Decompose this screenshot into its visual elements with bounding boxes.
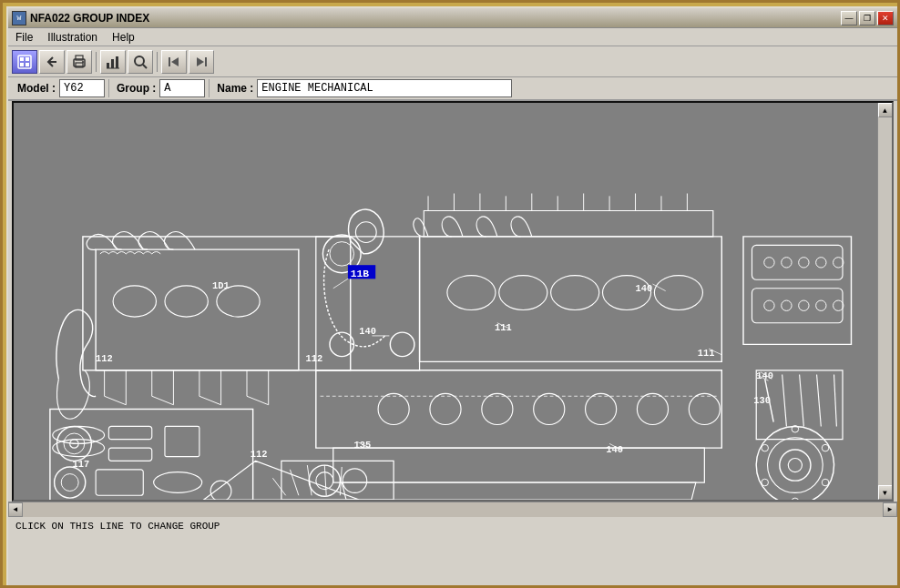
restore-button[interactable]: ❐ [859, 11, 875, 25]
group-label: Group : [113, 80, 159, 96]
svg-rect-11 [111, 59, 114, 68]
back-button[interactable] [39, 50, 65, 74]
window-title: NFA022 GROUP INDEX [30, 12, 149, 25]
svg-text:112: 112 [305, 353, 322, 364]
scroll-left-button[interactable]: ◄ [8, 502, 23, 517]
toolbar [8, 46, 897, 77]
svg-text:140: 140 [359, 326, 376, 337]
toolbar-separator-2 [157, 52, 158, 72]
name-label: Name : [213, 80, 257, 96]
title-bar: W NFA022 GROUP INDEX — ❐ ✕ [8, 8, 897, 28]
model-label: Model : [14, 80, 59, 96]
chart-button[interactable] [100, 50, 126, 74]
svg-rect-1 [20, 57, 24, 61]
svg-rect-3 [20, 63, 24, 66]
svg-text:112: 112 [96, 353, 113, 364]
next-group-button[interactable] [189, 50, 214, 74]
scroll-down-button[interactable]: ▼ [878, 485, 893, 500]
print-button[interactable] [66, 50, 92, 74]
svg-rect-4 [26, 63, 29, 66]
svg-text:130: 130 [753, 395, 771, 406]
svg-text:1D1: 1D1 [212, 280, 230, 291]
app-icon: W [12, 11, 26, 25]
svg-text:117: 117 [73, 459, 90, 470]
svg-rect-2 [26, 57, 29, 61]
svg-point-14 [135, 56, 144, 66]
vertical-scrollbar[interactable]: ▲ ▼ [877, 103, 892, 500]
group-field[interactable]: A [159, 79, 205, 97]
svg-text:140: 140 [636, 283, 653, 294]
prev-group-button[interactable] [161, 50, 187, 74]
scroll-right-button[interactable]: ► [883, 502, 897, 517]
menu-help[interactable]: Help [108, 30, 138, 45]
info-bar: Model : Y62 Group : A Name : ENGINE MECH… [8, 77, 897, 101]
svg-rect-10 [107, 63, 109, 68]
svg-text:111: 111 [698, 348, 715, 359]
svg-text:140: 140 [756, 370, 773, 381]
svg-rect-12 [116, 56, 118, 68]
toolbar-separator-1 [96, 52, 97, 72]
diagram-area[interactable]: 11B 1D1 140 140 111 111 112 112 112 117 … [12, 101, 894, 502]
menu-bar: File Illustration Help [8, 28, 897, 46]
svg-rect-20 [31, 103, 860, 500]
horizontal-scrollbar[interactable]: ◄ ► [8, 502, 897, 516]
svg-marker-16 [171, 57, 179, 66]
svg-text:140: 140 [606, 444, 623, 455]
svg-line-15 [143, 65, 147, 68]
window-frame: W NFA022 GROUP INDEX — ❐ ✕ File Illustra… [6, 6, 899, 587]
close-button[interactable]: ✕ [877, 11, 894, 25]
menu-illustration[interactable]: Illustration [44, 30, 101, 45]
svg-text:112: 112 [251, 449, 268, 460]
menu-file[interactable]: File [12, 30, 36, 45]
search-button[interactable] [128, 50, 153, 74]
svg-point-9 [82, 61, 84, 63]
title-bar-left: W NFA022 GROUP INDEX [12, 11, 149, 25]
info-divider-1 [108, 79, 109, 97]
engine-diagram: 11B 1D1 140 140 111 111 112 112 112 117 … [14, 103, 877, 500]
svg-text:135: 135 [354, 440, 372, 451]
svg-marker-18 [197, 57, 204, 66]
status-bar: CLICK ON THIS LINE TO CHANGE GROUP [8, 516, 897, 534]
outer-frame: W NFA022 GROUP INDEX — ❐ ✕ File Illustra… [3, 3, 900, 588]
name-field[interactable]: ENGINE MECHANICAL [257, 79, 512, 97]
home-button[interactable] [12, 50, 37, 74]
window-controls: — ❐ ✕ [841, 11, 894, 25]
minimize-button[interactable]: — [841, 11, 857, 25]
info-divider-2 [209, 79, 210, 97]
svg-text:11B: 11B [351, 269, 370, 279]
status-message: CLICK ON THIS LINE TO CHANGE GROUP [15, 521, 220, 532]
svg-text:111: 111 [495, 322, 512, 333]
scroll-up-button[interactable]: ▲ [878, 103, 893, 117]
model-field[interactable]: Y62 [59, 79, 105, 97]
